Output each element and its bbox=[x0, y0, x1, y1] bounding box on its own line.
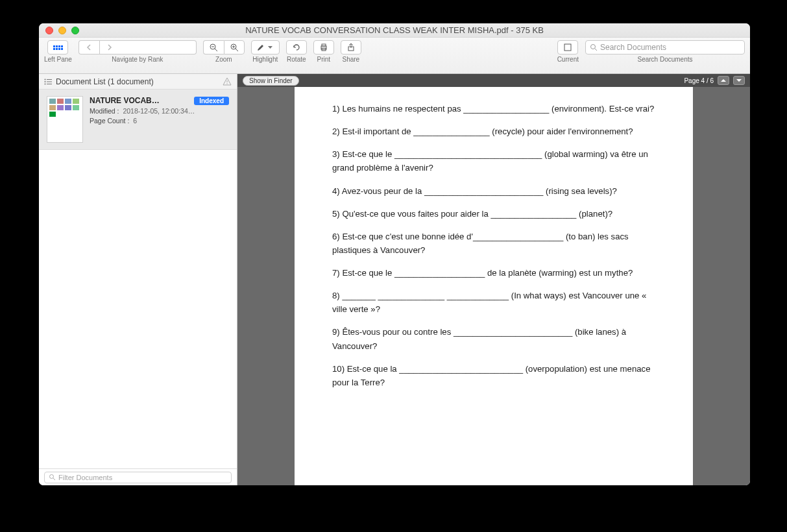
search-label: Search Documents bbox=[637, 56, 692, 63]
printer-icon bbox=[319, 43, 328, 52]
svg-point-22 bbox=[226, 83, 227, 84]
svg-rect-8 bbox=[322, 44, 326, 46]
rotate-label: Rotate bbox=[287, 56, 306, 63]
traffic-lights bbox=[39, 27, 79, 34]
current-button[interactable] bbox=[557, 40, 578, 54]
close-window-button[interactable] bbox=[45, 27, 53, 34]
svg-line-24 bbox=[53, 478, 55, 480]
square-icon bbox=[563, 43, 572, 52]
zoom-window-button[interactable] bbox=[71, 27, 79, 34]
navigate-label: Navigate by Rank bbox=[112, 56, 163, 63]
document-line: 2) Est-il important de ________________ … bbox=[332, 125, 655, 138]
document-line: 7) Est-ce que le ___________________ de … bbox=[332, 266, 655, 280]
search-icon bbox=[49, 474, 56, 481]
svg-line-1 bbox=[215, 49, 217, 51]
chevron-right-icon bbox=[105, 43, 114, 52]
document-line: 1) Les humains ne respectent pas _______… bbox=[332, 102, 655, 115]
pdf-page: 1) Les humains ne respectent pas _______… bbox=[295, 87, 693, 485]
window-title: NATURE VOCAB CONVERSATION CLASS WEAK INT… bbox=[39, 25, 750, 35]
svg-point-13 bbox=[591, 45, 596, 49]
filter-bar bbox=[39, 468, 237, 485]
document-list: NATURE VOCAB… Indexed Modified : 2018-12… bbox=[39, 90, 237, 468]
document-thumbnail bbox=[47, 96, 83, 143]
search-input[interactable] bbox=[600, 43, 740, 52]
chevron-down-icon bbox=[266, 43, 275, 52]
zoom-out-button[interactable] bbox=[203, 40, 224, 54]
rotate-icon bbox=[292, 43, 301, 52]
print-label: Print bbox=[317, 56, 331, 63]
leftpane-label: Left Pane bbox=[44, 56, 72, 63]
search-icon bbox=[590, 43, 598, 51]
toolbar: Left Pane Navigate by Rank bbox=[39, 38, 750, 74]
show-in-finder-button[interactable]: Show in Finder bbox=[243, 76, 299, 86]
zoom-in-icon bbox=[230, 43, 239, 52]
share-button[interactable] bbox=[341, 40, 361, 54]
titlebar: NATURE VOCAB CONVERSATION CLASS WEAK INT… bbox=[39, 23, 750, 38]
svg-point-19 bbox=[45, 83, 46, 84]
nav-prev-button[interactable] bbox=[79, 40, 99, 54]
page-indicator: Page 4 / 6 bbox=[684, 77, 714, 84]
highlight-button[interactable] bbox=[251, 40, 280, 54]
sidebar: Document List (1 document) NATURE VOCAB…… bbox=[39, 74, 237, 485]
warning-icon bbox=[223, 77, 232, 86]
document-line: 10) Est-ce que la ______________________… bbox=[332, 362, 655, 389]
minimize-window-button[interactable] bbox=[58, 27, 66, 34]
indexed-badge: Indexed bbox=[194, 97, 229, 105]
rotate-button[interactable] bbox=[286, 40, 307, 54]
svg-line-4 bbox=[236, 49, 238, 51]
zoom-label: Zoom bbox=[215, 56, 232, 63]
page-scroll-area[interactable]: 1) Les humains ne respectent pas _______… bbox=[237, 87, 750, 485]
document-line: 6) Est-ce que c'est une bonne idée d'___… bbox=[332, 230, 655, 257]
highlighter-icon bbox=[256, 43, 265, 52]
filter-documents-box[interactable] bbox=[44, 472, 232, 483]
zoom-out-icon bbox=[209, 43, 218, 52]
document-title: NATURE VOCAB… bbox=[90, 96, 160, 105]
nav-next-button[interactable] bbox=[99, 40, 120, 54]
app-window: NATURE VOCAB CONVERSATION CLASS WEAK INT… bbox=[39, 23, 750, 485]
document-line: 3) Est-ce que le _______________________… bbox=[332, 147, 655, 175]
search-documents-box[interactable] bbox=[585, 40, 745, 54]
svg-line-14 bbox=[595, 49, 597, 51]
document-list-item[interactable]: NATURE VOCAB… Indexed Modified : 2018-12… bbox=[39, 90, 237, 150]
svg-point-17 bbox=[45, 81, 46, 82]
page-count-value: 6 bbox=[133, 117, 137, 125]
filter-input[interactable] bbox=[58, 474, 227, 481]
modified-label: Modified : bbox=[90, 107, 119, 115]
leftpane-toggle-button[interactable] bbox=[47, 40, 68, 54]
share-icon bbox=[346, 43, 356, 52]
highlight-label: Highlight bbox=[252, 56, 278, 63]
document-list-title: Document List (1 document) bbox=[56, 77, 154, 86]
page-up-button[interactable] bbox=[718, 76, 729, 85]
page-down-button[interactable] bbox=[733, 76, 745, 85]
svg-rect-12 bbox=[564, 44, 571, 51]
pdf-viewer: Show in Finder Page 4 / 6 1) Les humains… bbox=[237, 74, 750, 485]
viewer-header: Show in Finder Page 4 / 6 bbox=[237, 74, 750, 87]
svg-point-23 bbox=[50, 475, 54, 479]
page-count-label: Page Count : bbox=[90, 117, 129, 125]
share-label: Share bbox=[342, 56, 359, 63]
current-label: Current bbox=[557, 56, 579, 63]
document-list-header: Document List (1 document) bbox=[39, 74, 237, 90]
print-button[interactable] bbox=[313, 40, 334, 54]
zoom-in-button[interactable] bbox=[224, 40, 245, 54]
grid-icon bbox=[53, 43, 62, 52]
list-icon bbox=[44, 79, 52, 85]
document-line: 8) _______ ______________ _____________ … bbox=[332, 289, 655, 316]
document-line: 9) Êtes-vous pour ou contre les ________… bbox=[332, 325, 655, 352]
document-line: 4) Avez-vous peur de la ________________… bbox=[332, 184, 655, 198]
modified-value: 2018-12-05, 12:00:34… bbox=[123, 107, 195, 115]
rank-field[interactable] bbox=[120, 40, 197, 54]
navigate-segment bbox=[79, 40, 197, 54]
svg-point-15 bbox=[45, 79, 46, 80]
chevron-left-icon bbox=[84, 43, 93, 52]
document-line: 5) Qu'est-ce que vous faites pour aider … bbox=[332, 207, 655, 221]
